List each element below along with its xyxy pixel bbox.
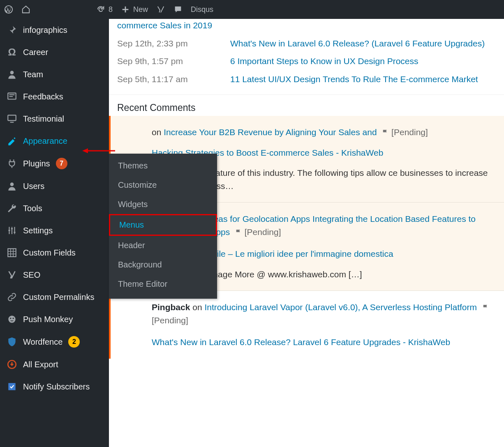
sidebar-item-tools[interactable]: Tools	[0, 197, 109, 219]
svg-marker-15	[82, 148, 88, 153]
sidebar-item-feedbacks[interactable]: Feedbacks	[0, 85, 109, 108]
submenu-item-menus[interactable]: Menus	[109, 214, 217, 236]
svg-point-9	[8, 316, 15, 323]
submenu-item-themes[interactable]: Themes	[109, 156, 217, 175]
sidebar-item-label: Custom Fields	[23, 248, 76, 258]
svg-point-5	[8, 230, 10, 231]
sidebar-item-label: Testimonial	[23, 114, 64, 124]
updates-count: 8	[109, 5, 113, 14]
feedback-icon	[7, 91, 17, 102]
comment-on: on	[152, 127, 164, 137]
wordpress-icon	[4, 5, 13, 14]
notify-icon	[7, 381, 17, 392]
post-date: Sep 12th, 2:33 pm	[117, 37, 214, 50]
plugin-icon	[7, 158, 17, 169]
svg-rect-2	[8, 93, 16, 99]
admin-sidebar: infographicsΩCareerTeamFeedbacksTestimon…	[0, 19, 109, 447]
link-icon	[7, 292, 17, 302]
annotation-arrow	[82, 147, 115, 155]
badge: 7	[56, 158, 67, 169]
sidebar-item-label: Push Monkey	[23, 315, 73, 324]
user-icon	[7, 69, 17, 80]
comments-link[interactable]	[169, 5, 187, 14]
updates-link[interactable]: 8	[92, 5, 117, 14]
post-row: Sep 12th, 2:33 pmWhat's New in Laravel 6…	[117, 37, 496, 50]
seo-icon	[7, 270, 17, 280]
badge: 2	[68, 336, 80, 348]
post-link[interactable]: 11 Latest UI/UX Design Trends To Rule Th…	[230, 73, 478, 86]
sidebar-item-settings[interactable]: Settings	[0, 219, 109, 242]
sidebar-item-label: Wordfence	[23, 337, 62, 347]
sidebar-item-testimonial[interactable]: Testimonial	[0, 108, 109, 130]
svg-point-10	[10, 318, 11, 319]
settings-icon	[7, 225, 17, 236]
submenu-item-widgets[interactable]: Widgets	[109, 195, 217, 214]
sidebar-item-team[interactable]: Team	[0, 63, 109, 85]
sidebar-item-plugins[interactable]: Plugins7	[0, 152, 109, 175]
sidebar-item-custom-permalinks[interactable]: Custom Permalinks	[0, 286, 109, 308]
comment-icon	[173, 5, 183, 14]
submenu-item-customize[interactable]: Customize	[109, 175, 217, 195]
submenu-item-background[interactable]: Background	[109, 255, 217, 274]
flag-icon	[381, 129, 389, 136]
svg-rect-3	[8, 115, 16, 120]
sidebar-item-infographics[interactable]: infographics	[0, 19, 109, 41]
sidebar-item-users[interactable]: Users	[0, 175, 109, 197]
brush-icon	[7, 136, 17, 146]
sidebar-item-label: Custom Permalinks	[23, 293, 94, 302]
sidebar-item-push-monkey[interactable]: Push Monkey	[0, 308, 109, 330]
sidebar-item-label: Appearance	[23, 136, 67, 146]
disqus-link[interactable]: Disqus	[187, 5, 217, 14]
yoast-link[interactable]	[152, 5, 169, 14]
sidebar-item-notify-subscribers[interactable]: Notify Subscribers	[0, 376, 109, 398]
svg-point-1	[10, 71, 14, 74]
wp-admin-bar: 8 New Disqus	[0, 0, 504, 19]
post-link-truncated[interactable]: commerce Sales in 2019	[117, 21, 212, 30]
refresh-icon	[96, 5, 105, 14]
sidebar-item-seo[interactable]: SEO	[0, 264, 109, 286]
new-content-link[interactable]: New	[117, 5, 152, 14]
wrench-icon	[7, 203, 17, 214]
svg-point-0	[5, 6, 12, 13]
comment-target-link[interactable]: Increase Your B2B Revenue by Aligning Yo…	[164, 127, 377, 137]
post-date: Sep 5th, 11:17 am	[117, 73, 214, 86]
new-label: New	[133, 5, 148, 14]
testimonial-icon	[7, 113, 17, 124]
sidebar-item-wordfence[interactable]: Wordfence2	[0, 330, 109, 353]
comment-block: Pingback on Introducing Laravel Vapor (L…	[111, 290, 504, 359]
post-date: Sep 9th, 1:57 pm	[117, 55, 214, 68]
comment-target-link[interactable]: Introducing Laravel Vapor (Laravel v6.0)…	[204, 302, 477, 312]
svg-point-6	[11, 228, 13, 230]
sidebar-item-all-export[interactable]: All Export	[0, 353, 109, 376]
wp-logo[interactable]	[0, 5, 17, 14]
pin-icon	[7, 25, 17, 35]
yoast-icon	[156, 5, 165, 14]
sidebar-item-label: Users	[23, 182, 44, 191]
sidebar-item-career[interactable]: ΩCareer	[0, 41, 109, 63]
sidebar-item-label: infographics	[23, 25, 67, 35]
comment-sublink[interactable]: What's New in Laravel 6.0 Release? Larav…	[152, 337, 450, 347]
svg-rect-8	[8, 249, 16, 257]
sidebar-item-custom-fields[interactable]: Custom Fields	[0, 242, 109, 264]
recent-comments-heading: Recent Comments	[109, 95, 504, 116]
sidebar-item-label: All Export	[23, 360, 58, 369]
sidebar-item-label: Team	[23, 70, 43, 79]
post-link[interactable]: What's New in Laravel 6.0 Release? (Lara…	[230, 37, 485, 50]
post-link[interactable]: 6 Important Steps to Know in UX Design P…	[230, 55, 418, 68]
comment-on: on	[190, 302, 204, 312]
svg-rect-13	[8, 383, 15, 390]
svg-point-7	[14, 231, 15, 233]
monkey-icon	[7, 314, 17, 325]
sidebar-item-label: Tools	[23, 204, 42, 213]
site-home[interactable]	[17, 5, 35, 14]
svg-point-11	[13, 318, 14, 319]
submenu-item-theme-editor[interactable]: Theme Editor	[109, 274, 217, 294]
sidebar-item-label: Notify Subscribers	[23, 382, 90, 392]
cfields-icon	[7, 247, 17, 258]
appearance-submenu: ThemesCustomizeWidgetsMenusHeaderBackgro…	[109, 154, 217, 299]
submenu-item-header[interactable]: Header	[109, 236, 217, 255]
sidebar-item-label: Feedbacks	[23, 92, 63, 101]
disqus-label: Disqus	[191, 5, 213, 14]
pingback-label: Pingback	[152, 302, 190, 312]
sidebar-item-label: Career	[23, 48, 48, 57]
